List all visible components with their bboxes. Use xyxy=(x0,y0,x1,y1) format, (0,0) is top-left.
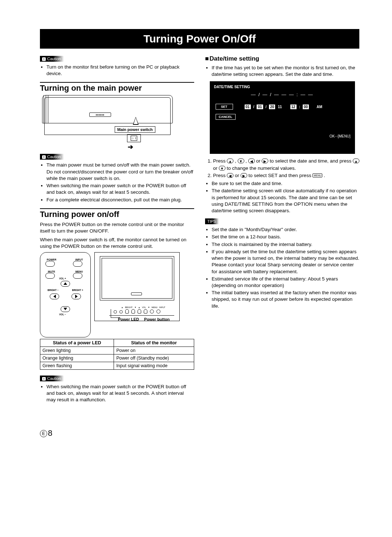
list-item: The main power must be turned on/off wit… xyxy=(46,162,194,182)
osd-value: 11 xyxy=(277,105,282,109)
caution-label-2: !Caution xyxy=(40,154,64,160)
subsection-heading-datetime: Date/time setting xyxy=(205,55,359,62)
list-item: Set the time on a 12-hour basis. xyxy=(212,234,359,240)
section-heading-power-onoff: Turning power on/off xyxy=(40,210,194,219)
tips-label: TIPS xyxy=(205,218,219,224)
osd-cancel-button: CANCEL xyxy=(216,114,236,120)
caution-label-3: !Caution xyxy=(40,376,64,381)
osd-date-placeholder: — / — / — — — : — — xyxy=(214,92,351,97)
osd-title: DATE/TIME SETTING xyxy=(214,85,351,89)
remote-and-monitor-figure: POWER INPUT MUTE MENU VOL + BRIGHT − BRI… xyxy=(40,252,194,337)
callout-arrow-icon xyxy=(133,117,139,125)
osd-value: 01 xyxy=(257,104,263,109)
caution-list-2: The main power must be turned on/off wit… xyxy=(40,162,194,203)
down-button-icon xyxy=(61,306,70,312)
left-button-icon xyxy=(50,294,59,299)
right-key-icon: ▶ xyxy=(262,159,268,163)
remote-label: VOL − xyxy=(59,313,66,316)
caution-list-3: When switching the main power switch or … xyxy=(40,384,194,403)
monitor-diagram: ▲BRIGHT▼ ▲VOL▼ MENU INPUT xyxy=(94,252,180,321)
list-item: Be sure to set the date and time. xyxy=(212,180,359,187)
remote-label: POWER xyxy=(45,258,58,261)
osd-value: 20 xyxy=(269,104,275,109)
datetime-notes: Be sure to set the date and time. The da… xyxy=(205,180,359,214)
table-row: Green flashingInput signal waiting mode xyxy=(40,362,194,369)
datetime-intro: If the time has yet to be set when the m… xyxy=(205,65,359,78)
table-row: Green lightingPower on xyxy=(40,347,194,354)
remote-label: INPUT xyxy=(73,258,85,261)
caution-label-1: !Caution xyxy=(40,56,64,62)
osd-separator: / xyxy=(253,105,255,109)
osd-set-button: SET xyxy=(216,104,233,110)
body-text: When the main power switch is off, the m… xyxy=(40,237,194,250)
power-switch-icon: ○I xyxy=(127,134,141,142)
page-number: E8 xyxy=(40,429,359,438)
remote-label: VOL + xyxy=(59,277,66,280)
list-item: Press ◀ or ▶ to select SET and then pres… xyxy=(213,172,359,179)
menu-button-icon xyxy=(73,273,82,279)
dpad-icon: VOL + BRIGHT − BRIGHT + VOL − xyxy=(50,281,81,312)
page-title: Turning Power On/Off xyxy=(40,29,359,49)
osd-value: 01 xyxy=(245,104,251,109)
up-key-icon: ▲ xyxy=(353,159,359,163)
figure-caption: Power LED Power button xyxy=(118,317,170,321)
datetime-steps: Press ▲ , ▼ , ◀ or ▶ to select the date … xyxy=(205,157,359,179)
right-column: Date/time setting If the time has yet to… xyxy=(205,55,359,407)
table-row: Orange lightingPower off (Standby mode) xyxy=(40,354,194,362)
input-button-icon xyxy=(73,261,82,267)
power-button-icon xyxy=(45,261,55,267)
page-marker-icon: E xyxy=(40,430,47,437)
remote-control-diagram: POWER INPUT MUTE MENU VOL + BRIGHT − BRI… xyxy=(40,252,91,337)
left-key-icon: ◀ xyxy=(248,159,255,163)
remote-label: MENU xyxy=(73,270,85,273)
menu-key-icon: MENU xyxy=(313,173,322,177)
up-key-icon: ▲ xyxy=(227,159,233,163)
arrow-right-icon: ➔ xyxy=(128,143,133,151)
list-item: If the time has yet to be set when the m… xyxy=(212,65,359,78)
osd-separator: / xyxy=(265,105,267,109)
section-rule xyxy=(40,208,194,209)
osd-set-row: SET 01 / 01 / 20 11 12 : 00 AM xyxy=(214,104,351,110)
osd-footer: OK···[MENU] xyxy=(214,134,351,138)
list-item: For a complete electrical disconnection,… xyxy=(46,197,194,203)
section-heading-main-power: Turning on the main power xyxy=(40,83,194,93)
list-item: Set the date in "Month/Day/Year" order. xyxy=(212,226,359,233)
two-column-layout: !Caution Turn on the monitor first befor… xyxy=(40,55,359,407)
remote-label: BRIGHT + xyxy=(72,289,83,291)
remote-label: BRIGHT − xyxy=(48,289,59,291)
main-power-diagram: ▮▮▮▮▮▮ Main power switch ○I ➔ xyxy=(42,95,173,149)
up-button-icon xyxy=(61,281,70,287)
list-item: When switching the main power switch or … xyxy=(46,183,194,196)
main-power-switch-label: Main power switch xyxy=(115,126,155,133)
power-led-status-table: Status of a power LED Status of the moni… xyxy=(40,339,194,370)
right-button-icon xyxy=(72,294,81,299)
list-item: Press ▲ , ▼ , ◀ or ▶ to select the date … xyxy=(213,157,359,172)
table-header: Status of a power LED xyxy=(40,339,114,347)
osd-value: 00 xyxy=(303,104,309,109)
table-header: Status of the monitor xyxy=(114,339,194,347)
list-item: Turn on the monitor first before turning… xyxy=(46,64,194,77)
datetime-osd-screenshot: DATE/TIME SETTING — / — / — — — : — — SE… xyxy=(210,81,355,154)
caution-list-1: Turn on the monitor first before turning… xyxy=(40,64,194,77)
list-item: If you already set the time but the date… xyxy=(212,249,359,275)
osd-value: 12 xyxy=(290,104,297,109)
left-column: !Caution Turn on the monitor first befor… xyxy=(40,55,194,407)
body-text: Press the POWER button on the remote con… xyxy=(40,221,194,234)
down-key-icon: ▼ xyxy=(238,159,244,163)
osd-ampm: AM xyxy=(316,105,323,109)
manual-page: Turning Power On/Off !Caution Turn on th… xyxy=(0,0,392,452)
list-item: When switching the main power switch or … xyxy=(46,384,194,403)
mute-button-icon xyxy=(45,273,55,279)
list-item: The initial battery was inserted at the … xyxy=(212,290,359,310)
list-item: The clock is maintained by the internal … xyxy=(212,241,359,248)
tips-list: Set the date in "Month/Day/Year" order. … xyxy=(205,226,359,310)
osd-separator: : xyxy=(299,105,301,109)
list-item: The date/time setting screen will close … xyxy=(212,188,359,214)
section-rule xyxy=(40,82,194,83)
left-key-icon: ◀ xyxy=(227,173,233,178)
down-key-icon: ▼ xyxy=(219,166,225,171)
remote-label: MUTE xyxy=(45,270,58,273)
power-slot-icon: ▮▮▮▮▮▮ xyxy=(89,112,111,117)
list-item: Estimated service life of the internal b… xyxy=(212,276,359,289)
right-key-icon: ▶ xyxy=(241,173,247,178)
